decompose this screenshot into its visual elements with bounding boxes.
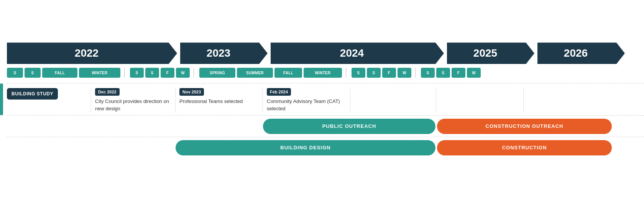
feb-2024-badge: Feb 2024 xyxy=(267,88,291,96)
season-2026-f: F xyxy=(452,68,465,78)
season-2024-fall: FALL xyxy=(274,68,302,78)
year-2023: 2023 xyxy=(180,42,268,64)
season-2022-fall: FALL xyxy=(42,68,77,78)
season-2025-w: W xyxy=(398,68,411,78)
event-col-2022-2: Dec 2022 City Council provides direction… xyxy=(91,88,176,112)
nov-2023-text: Professional Teams selected xyxy=(179,98,259,105)
dec-2022-badge: Dec 2022 xyxy=(95,88,120,96)
event-col-2023: Nov 2023 Professional Teams selected xyxy=(176,88,263,112)
phases-container: PUBLIC OUTREACH CONSTRUCTION OUTREACH BU… xyxy=(7,116,644,159)
event-col-2025 xyxy=(436,88,524,112)
season-2022-winter: WINTER xyxy=(79,68,120,78)
season-row: S S FALL WINTER S S F W SPRING SUMMER FA… xyxy=(7,68,644,78)
events-row: BUILDING STUDY Dec 2022 City Council pro… xyxy=(7,83,644,115)
event-col-2024-rest xyxy=(350,88,436,112)
year-header-row: 2022 2023 2024 2025 2026 xyxy=(7,42,644,64)
public-outreach-bar: PUBLIC OUTREACH xyxy=(263,119,435,134)
year-2022: 2022 xyxy=(7,42,177,64)
building-design-bar: BUILDING DESIGN xyxy=(176,140,435,155)
season-2022-s2: S xyxy=(25,68,41,78)
season-2024-summer: SUMMER xyxy=(237,68,273,78)
season-2024-spring: SPRING xyxy=(199,68,235,78)
season-2023-s2: S xyxy=(145,68,159,78)
season-2023-w: W xyxy=(176,68,190,78)
season-2026-w: W xyxy=(467,68,481,78)
season-2022-s1: S xyxy=(7,68,23,78)
season-2026-s2: S xyxy=(436,68,450,78)
season-2025-s2: S xyxy=(367,68,381,78)
construction-bar: CONSTRUCTION xyxy=(437,140,612,155)
phase-row-outreach: PUBLIC OUTREACH CONSTRUCTION OUTREACH xyxy=(7,116,644,137)
event-col-2026 xyxy=(524,88,611,112)
event-col-2024: Feb 2024 Community Advisory Team (CAT) s… xyxy=(263,88,350,112)
season-2025-s1: S xyxy=(352,68,365,78)
season-2025-f: F xyxy=(382,68,396,78)
construction-outreach-bar: CONSTRUCTION OUTREACH xyxy=(437,119,612,134)
left-accent-bar xyxy=(0,83,3,115)
phase-row-design: BUILDING DESIGN CONSTRUCTION xyxy=(7,137,644,159)
year-2026: 2026 xyxy=(537,42,625,64)
event-col-2022-1: BUILDING STUDY xyxy=(7,88,91,112)
season-2024-winter: WINTER xyxy=(304,68,342,78)
year-2024: 2024 xyxy=(271,42,444,64)
dec-2022-text: City Council provides direction on new d… xyxy=(95,98,171,112)
nov-2023-badge: Nov 2023 xyxy=(179,88,204,96)
timeline-container: 2022 2023 2024 2025 2026 S S FALL WINTER… xyxy=(0,42,644,158)
building-study-card: BUILDING STUDY xyxy=(7,88,58,100)
season-2026-s1: S xyxy=(421,68,435,78)
season-2023-s1: S xyxy=(130,68,144,78)
season-2023-f: F xyxy=(161,68,174,78)
year-2025: 2025 xyxy=(447,42,534,64)
feb-2024-text: Community Advisory Team (CAT) selected xyxy=(267,98,346,112)
